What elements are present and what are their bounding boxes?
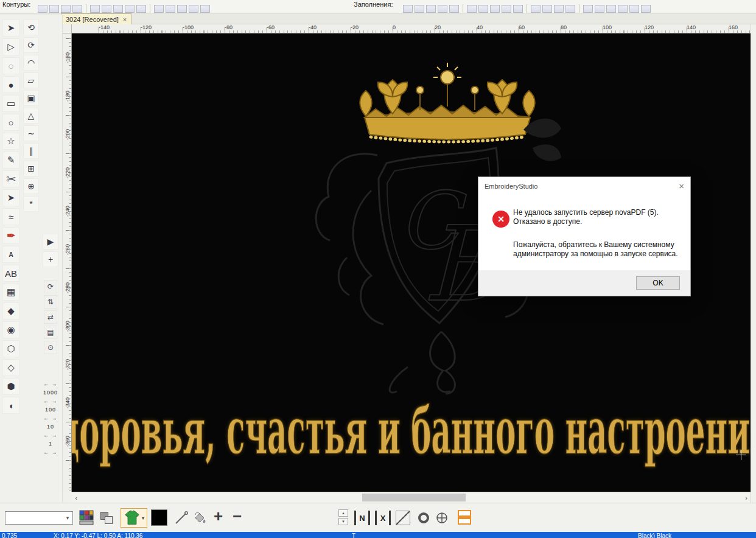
ok-button[interactable]: OK	[636, 276, 680, 290]
scrollbar-thumb[interactable]	[362, 494, 466, 501]
toolbar-icon[interactable]	[72, 5, 82, 13]
color-palette-icon[interactable]	[79, 510, 94, 526]
monogram-tool-icon[interactable]: AB	[2, 265, 19, 282]
wave-tool-icon[interactable]: ∼	[23, 125, 39, 141]
toolbar-icon[interactable]	[90, 5, 100, 13]
toolbar-icon[interactable]	[61, 5, 71, 13]
toolbar-icon[interactable]	[641, 5, 651, 13]
ring-tool-icon[interactable]: ◉	[2, 321, 19, 338]
toolbar-icon[interactable]	[38, 5, 47, 13]
rotate-cw-tool-icon[interactable]: ⟳	[23, 37, 39, 53]
toolbar-icon[interactable]	[403, 5, 413, 13]
layers-icon[interactable]: ▤	[44, 326, 57, 339]
box-tool-icon[interactable]: ▣	[23, 90, 39, 106]
stitch-view-x-icon[interactable]: X	[375, 511, 391, 525]
target-tool-icon[interactable]: ⊕	[23, 178, 39, 194]
toolbar-icon[interactable]	[478, 5, 488, 13]
open-shape-tool-icon[interactable]: ◌	[2, 57, 19, 74]
toolbar-icon[interactable]	[467, 5, 477, 13]
toolbar-icon[interactable]	[583, 5, 593, 13]
scroll-left-icon[interactable]: ‹	[72, 492, 80, 503]
toolbar-icon[interactable]	[154, 5, 164, 13]
toolbar-icon[interactable]	[606, 5, 616, 13]
toolbar-icon[interactable]	[113, 5, 123, 13]
product-visualizer-button[interactable]: ▾	[121, 508, 147, 528]
spacing-control[interactable]: ← →	[39, 380, 62, 388]
diamond-tool-icon[interactable]: ◆	[2, 302, 19, 320]
toolbar-icon[interactable]	[189, 5, 198, 13]
toolbar-icon[interactable]	[426, 5, 436, 13]
spinner-up-icon[interactable]: ▲	[338, 509, 348, 517]
right-scroll-strip[interactable]	[751, 24, 756, 503]
donut-icon[interactable]	[416, 511, 431, 525]
spacing-control[interactable]: 1	[39, 439, 62, 448]
mixed-swatch-icon[interactable]	[99, 511, 114, 525]
document-tab[interactable]: 3024 [Recovered] ×	[61, 13, 131, 24]
diagonal-line-icon[interactable]	[396, 511, 410, 525]
spacing-control[interactable]: ← →	[39, 431, 62, 439]
spacing-control[interactable]: 1000	[39, 388, 62, 397]
spacing-control[interactable]: ← →	[39, 414, 62, 422]
toolbar-icon[interactable]	[102, 5, 111, 13]
toolbar-icon[interactable]	[513, 5, 523, 13]
toolbar-icon[interactable]	[166, 5, 175, 13]
asterisk-tool-icon[interactable]: *	[23, 196, 39, 212]
select-tool-icon[interactable]: ➤	[2, 19, 19, 37]
toolbar-icon[interactable]	[618, 5, 628, 13]
knife-tool-icon[interactable]: ✂	[2, 170, 19, 187]
paint-bucket-icon[interactable]	[192, 511, 207, 525]
toolbar-icon[interactable]	[595, 5, 604, 13]
horizontal-scrollbar[interactable]: ‹ ›	[72, 492, 751, 503]
toolbar-icon[interactable]	[531, 5, 541, 13]
palette-combo-input[interactable]	[5, 512, 63, 523]
skew-tool-icon[interactable]: ▱	[23, 72, 39, 88]
pen-tool-icon[interactable]: ✒	[2, 227, 19, 244]
hexagon-tool-icon[interactable]: ⬡	[2, 340, 19, 357]
ellipse-tool-icon[interactable]: ○	[2, 114, 19, 131]
star-tool-icon[interactable]: ☆	[2, 133, 19, 150]
toolbar-icon[interactable]	[449, 5, 459, 13]
toolbar-icon[interactable]	[554, 5, 564, 13]
chevron-down-icon[interactable]: ▾	[142, 515, 144, 521]
travel-tool-icon[interactable]: ▶	[43, 234, 58, 250]
palette-combobox[interactable]: ▾	[5, 511, 73, 525]
filled-hexagon-tool-icon[interactable]: ⬢	[2, 378, 19, 395]
small-rotate-icon[interactable]: ⟳	[44, 280, 57, 293]
toolbar-icon[interactable]	[415, 5, 424, 13]
rotate-ccw-tool-icon[interactable]: ⟲	[23, 19, 39, 35]
columns-tool-icon[interactable]: ∥	[23, 143, 39, 159]
swatch-grid-tool-icon[interactable]: ▦	[2, 284, 19, 301]
toolbar-icon[interactable]	[629, 5, 639, 13]
hoop-window-icon[interactable]	[458, 510, 471, 525]
arc-tool-icon[interactable]: ◠	[23, 55, 39, 71]
toolbar-icon[interactable]	[49, 5, 59, 13]
spinner-down-icon[interactable]: ▼	[338, 518, 348, 525]
stitch-view-n-icon[interactable]: N	[354, 511, 370, 525]
needle-icon[interactable]	[174, 511, 189, 525]
toolbar-icon[interactable]	[490, 5, 500, 13]
toolbar-icon[interactable]	[542, 5, 552, 13]
globe-icon[interactable]	[435, 511, 449, 525]
closed-shape-tool-icon[interactable]: ●	[2, 76, 19, 93]
arrow-tool-icon[interactable]: ➤	[2, 189, 19, 206]
embroidered-lettering[interactable]: Здоровья, счастья и банного настроения!	[72, 394, 751, 469]
run-stitch-tool-icon[interactable]: ≈	[2, 208, 19, 225]
zoom-out-icon[interactable]: −	[233, 507, 242, 526]
toolbar-icon[interactable]	[438, 5, 447, 13]
dialog-title-bar[interactable]: EmbroideryStudio ×	[478, 177, 690, 195]
spacing-control[interactable]: 100	[39, 405, 62, 414]
lettering-tool-icon[interactable]: A	[2, 246, 19, 263]
toolbar-icon[interactable]	[502, 5, 511, 13]
center-point-icon[interactable]: ⊙	[44, 341, 57, 354]
toolbar-icon[interactable]	[136, 5, 146, 13]
flip-vertical-icon[interactable]: ⇅	[44, 295, 57, 309]
current-color-swatch[interactable]	[151, 509, 167, 526]
rectangle-tool-icon[interactable]: ▭	[2, 95, 19, 112]
zoom-in-icon[interactable]: +	[214, 507, 223, 526]
freehand-tool-icon[interactable]: ✎	[2, 152, 19, 169]
toolbar-icon[interactable]	[200, 5, 210, 13]
close-icon[interactable]: ×	[671, 181, 684, 191]
spacing-control[interactable]: ← →	[39, 397, 62, 405]
triangle-tool-icon[interactable]: △	[23, 108, 39, 124]
chevron-down-icon[interactable]: ▾	[63, 515, 72, 521]
